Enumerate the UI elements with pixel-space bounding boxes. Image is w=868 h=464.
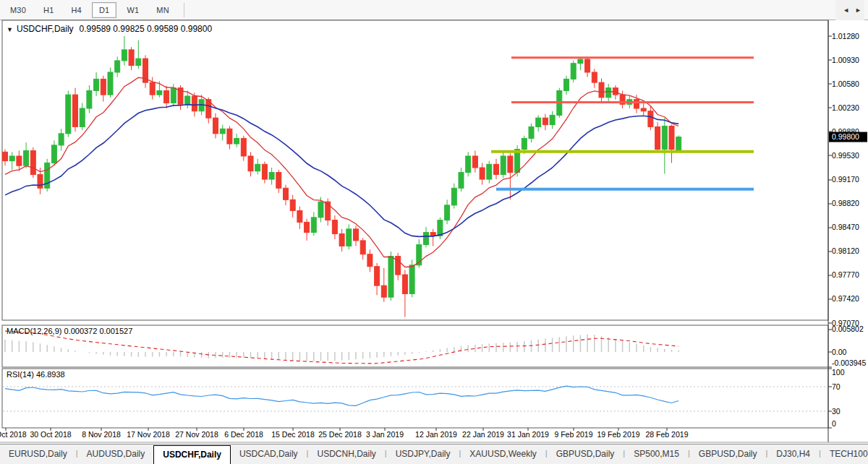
candle-body [332, 220, 337, 234]
candle-body [213, 118, 218, 134]
date-axis-label: 30 Oct 2018 [30, 430, 71, 439]
candle-body [297, 210, 302, 222]
price-axis-label: 1.00580 [832, 80, 859, 88]
candle-body [367, 254, 373, 267]
candle-body [101, 79, 106, 95]
candle-body [66, 95, 71, 134]
rsi-indicator-label: RSI(14) 46.8938 [7, 370, 65, 379]
candle-body [150, 82, 155, 95]
date-axis-label: 31 Jan 2019 [507, 430, 549, 439]
candle-body [445, 205, 450, 220]
candle-body [17, 156, 22, 166]
candle-body [522, 138, 527, 149]
candle-body [339, 233, 344, 246]
candle-body [115, 61, 120, 72]
chart-title: ▼USDCHF,Daily0.99589 0.99825 0.99589 0.9… [7, 24, 212, 34]
tab-gbpusd-daily[interactable]: GBPUSD,Daily [690, 444, 766, 464]
tab-sp500-m15[interactable]: SP500,M15 [625, 444, 688, 464]
candle-body [662, 126, 667, 149]
candle-body [9, 156, 14, 161]
candle-body [80, 108, 85, 126]
candle-body [360, 241, 365, 254]
candle-body [262, 164, 267, 179]
candle-body [655, 126, 660, 149]
candle-body [578, 59, 583, 64]
candle-body [494, 164, 499, 174]
macd-axis-label: -0.003945 [832, 358, 866, 367]
candle-body [381, 285, 386, 297]
rsi-axis-label: 100 [832, 368, 845, 377]
candle-body [459, 173, 464, 189]
main-chart-panel[interactable] [2, 20, 828, 320]
candle-body [641, 108, 646, 111]
candle-body [220, 129, 225, 134]
candle-body [255, 164, 260, 171]
candle-body [480, 168, 485, 179]
tab-usdchf-daily[interactable]: USDCHF,Daily [153, 445, 231, 464]
tab-tech100-[interactable]: TECH100, [821, 444, 868, 464]
chart-canvas[interactable]: 1.012801.009301.005801.002300.998800.995… [0, 0, 868, 464]
price-axis-label: 0.97420 [832, 294, 859, 303]
candle-body [501, 156, 506, 174]
rsi-axis-label: 0 [832, 419, 836, 428]
price-axis-label: 0.97770 [832, 270, 859, 279]
candle-body [164, 90, 169, 103]
tab-xauusd-weekly[interactable]: XAUUSD,Weekly [461, 444, 545, 464]
date-axis-label: 9 Feb 2019 [554, 430, 592, 439]
tab-audusd-daily[interactable]: AUDUSD,Daily [78, 444, 154, 464]
candle-body [542, 118, 548, 124]
candle-body [234, 138, 239, 144]
candle-body [30, 150, 35, 174]
candle-body [227, 129, 232, 144]
candle-body [613, 88, 618, 95]
candle-body [157, 90, 162, 95]
price-axis-label: 1.00930 [832, 56, 859, 64]
tab-usdcnh-daily[interactable]: USDCNH,Daily [308, 444, 384, 464]
chart-symbol-label: USDCHF,Daily [17, 24, 74, 34]
candle-body [311, 218, 316, 233]
tab-scroll-left-icon[interactable]: ◄ [840, 5, 852, 15]
candle-body [451, 188, 456, 205]
chart-dropdown-icon[interactable]: ▼ [7, 26, 13, 33]
candle-body [269, 173, 274, 179]
tab-eurusd-daily[interactable]: EURUSD,Daily [0, 444, 76, 464]
chart-ohlc-values: 0.99589 0.99825 0.99589 0.99800 [80, 24, 213, 34]
candle-body [129, 50, 134, 66]
candle-body [108, 72, 113, 95]
price-axis-label: 0.98820 [832, 199, 859, 207]
candle-body [136, 59, 141, 65]
candle-body [276, 173, 281, 189]
candle-body [354, 229, 359, 241]
macd-axis-label: 0.005802 [832, 325, 864, 333]
tabbar-scroll-arrows: ◄ ► [835, 0, 864, 20]
date-axis-label: 17 Nov 2018 [127, 430, 170, 439]
candle-body [438, 220, 443, 236]
rsi-panel[interactable] [2, 369, 828, 428]
candle-body [536, 118, 541, 126]
tab-usdcad-daily[interactable]: USDCAD,Daily [231, 444, 307, 464]
candle-body [388, 257, 393, 298]
candle-body [51, 145, 56, 163]
candle-body [472, 156, 477, 168]
candle-body [192, 96, 197, 111]
tab-gbpusd-daily[interactable]: GBPUSD,Daily [548, 444, 624, 464]
candle-body [73, 95, 78, 126]
date-axis-label: 28 Feb 2019 [646, 430, 689, 439]
candle-body [38, 174, 43, 188]
candle-body [318, 202, 323, 218]
price-axis-label: 0.98470 [832, 223, 859, 231]
date-axis-label: 20 Oct 2018 [0, 430, 27, 439]
date-axis-label: 27 Nov 2018 [175, 430, 218, 439]
tab-scroll-right-icon[interactable]: ► [852, 5, 864, 15]
candle-body [508, 156, 513, 173]
tab-dj30-h4[interactable]: DJ30,H4 [767, 444, 819, 464]
candle-body [669, 126, 674, 149]
candle-body [571, 64, 576, 80]
candle-body [606, 88, 611, 98]
candle-body [592, 72, 597, 82]
date-axis-label: 6 Dec 2018 [224, 430, 263, 439]
tab-usdjpy-daily[interactable]: USDJPY,Daily [387, 444, 459, 464]
date-axis-label: 12 Jan 2019 [415, 430, 457, 439]
candle-body [676, 137, 681, 152]
candle-body [305, 222, 310, 232]
